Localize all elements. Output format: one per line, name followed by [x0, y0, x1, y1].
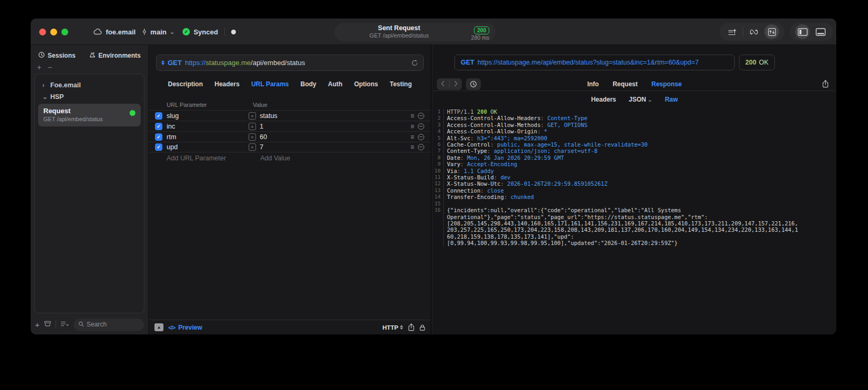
method-label[interactable]: GET — [168, 59, 182, 67]
param-checkbox[interactable]: ✓ — [155, 123, 162, 130]
code-line: 12X-Status-Now-Utc: 2026-01-26T20:29:59.… — [433, 180, 836, 187]
close-window-button[interactable] — [39, 29, 46, 35]
param-name[interactable]: slug — [167, 112, 249, 120]
footer-separator — [56, 320, 56, 329]
folder-icon[interactable] — [44, 320, 51, 329]
remove-session-button[interactable]: − — [48, 63, 52, 71]
remove-row-icon[interactable] — [418, 123, 424, 130]
tree-item-hsp[interactable]: ⌄ HSP — [38, 91, 141, 103]
sent-request-url[interactable]: GEThttps://statuspage.me/api/embed/statu… — [454, 55, 735, 70]
updown-icon — [400, 325, 403, 330]
remove-row-icon[interactable] — [418, 144, 424, 150]
tree-item-request-selected[interactable]: Request GET /api/embed/status — [38, 104, 141, 126]
param-name[interactable]: rtm — [167, 133, 249, 141]
minimize-window-button[interactable] — [50, 29, 57, 35]
code-line: 15 — [433, 201, 836, 207]
subtab-headers[interactable]: Headers — [591, 96, 616, 103]
zoom-window-button[interactable] — [61, 29, 68, 35]
code-line: Operational"},"page":"status","page_url"… — [433, 214, 836, 220]
sidebar-tabs: Sessions Environments — [31, 49, 148, 62]
tab-sessions[interactable]: Sessions — [38, 49, 76, 62]
project-label[interactable]: foe.email — [106, 28, 135, 36]
list-icon[interactable] — [60, 320, 69, 329]
tab-response[interactable]: Response — [651, 80, 681, 88]
tab-testing[interactable]: Testing — [390, 80, 412, 88]
param-row[interactable]: ✓slug=status≡ — [149, 110, 431, 121]
tab-url-params[interactable]: URL Params — [251, 80, 289, 88]
lock-icon[interactable] — [419, 324, 425, 331]
branch-label[interactable]: main — [150, 28, 166, 36]
layout-bottom-icon[interactable] — [813, 24, 828, 39]
param-checkbox[interactable]: ✓ — [155, 133, 162, 141]
response-panel: GEThttps://statuspage.me/api/embed/statu… — [433, 45, 836, 334]
chevron-right-icon[interactable]: › — [42, 81, 47, 89]
param-value[interactable]: status — [260, 112, 410, 120]
subtab-json[interactable]: JSON⌄ — [629, 96, 652, 103]
drag-handle-icon[interactable]: ≡ — [410, 134, 414, 140]
add-session-button[interactable]: + — [37, 63, 41, 71]
flow-loop-icon[interactable] — [746, 24, 761, 39]
line-content: [208,205,145,298,443,140,160,165,171,161… — [444, 220, 798, 226]
tab-auth[interactable]: Auth — [328, 80, 342, 88]
tab-environments[interactable]: Environments — [89, 49, 141, 62]
tab-options[interactable]: Options — [354, 80, 378, 88]
param-value[interactable]: 60 — [260, 133, 410, 141]
drag-handle-icon[interactable]: ≡ — [410, 124, 414, 129]
remove-row-icon[interactable] — [418, 134, 424, 140]
tab-environments-label: Environments — [98, 52, 141, 59]
code-line: 7Content-Type: application/json; charset… — [433, 148, 836, 154]
method-updown-icon[interactable] — [161, 60, 165, 65]
param-name[interactable]: upd — [167, 143, 249, 151]
tab-headers[interactable]: Headers — [215, 80, 240, 88]
code-preview-icon: </> — [168, 324, 175, 331]
add-param-value-placeholder[interactable]: Add Value — [260, 155, 290, 162]
import-lines-icon[interactable] — [725, 24, 739, 39]
param-row[interactable]: ✓rtm=60≡ — [149, 131, 431, 142]
param-checkbox[interactable]: ✓ — [155, 112, 162, 120]
add-request-button[interactable]: + — [35, 320, 40, 329]
reload-icon[interactable] — [411, 59, 418, 67]
code-line: 5Alt-Svc: h3=":443"; ma=2592000 — [433, 135, 836, 141]
add-param-name-placeholder[interactable]: Add URL Parameter — [167, 155, 260, 162]
tab-info[interactable]: Info — [587, 80, 599, 88]
add-param-row[interactable]: Add URL Parameter Add Value — [149, 152, 431, 162]
param-checkbox[interactable]: ✓ — [155, 143, 162, 151]
share-icon[interactable] — [408, 323, 415, 331]
url-bar[interactable]: GET https://statuspage.me/api/embed/stat… — [156, 55, 424, 71]
param-row[interactable]: ✓inc=1≡ — [149, 121, 431, 131]
tab-description[interactable]: Description — [168, 80, 203, 88]
http-version-select[interactable]: HTTP — [382, 324, 403, 331]
search-input[interactable] — [87, 321, 139, 328]
url-scheme: https:// — [185, 59, 206, 67]
panel-toggle-icon[interactable]: ▲ — [154, 323, 163, 331]
code-line: 6Cache-Control: public, max-age=15, stal… — [433, 141, 836, 148]
url-input[interactable]: https://statuspage.me/api/embed/status — [185, 59, 408, 67]
drag-handle-icon[interactable]: ≡ — [410, 113, 414, 119]
param-row[interactable]: ✓upd=7≡ — [149, 142, 431, 152]
titlebar-separator — [224, 28, 225, 36]
chevron-down-icon[interactable]: ⌄ — [42, 93, 47, 101]
traffic-lights — [39, 29, 68, 35]
subtab-raw[interactable]: Raw — [665, 96, 678, 103]
line-number: 2 — [433, 115, 444, 121]
line-content: Alt-Svc: h3=":443"; ma=2592000 — [444, 135, 547, 141]
url-host: statuspage.me — [206, 59, 251, 67]
chevron-down-icon[interactable]: ⌄ — [170, 29, 175, 35]
tab-request[interactable]: Request — [613, 80, 637, 88]
drag-handle-icon[interactable]: ≡ — [410, 144, 414, 150]
layout-sidebar-icon[interactable] — [795, 24, 810, 39]
param-value[interactable]: 7 — [260, 143, 410, 151]
share-icon[interactable] — [822, 80, 829, 88]
param-name[interactable]: inc — [167, 123, 249, 130]
sidebar-footer: + — [31, 314, 148, 334]
preview-button[interactable]: </>Preview — [168, 324, 202, 331]
tab-body[interactable]: Body — [300, 80, 316, 88]
active-request-widget[interactable]: Sent Request GET /api/embed/status 200 2… — [334, 23, 496, 41]
remove-row-icon[interactable] — [418, 113, 424, 119]
sync-status-label[interactable]: Synced — [194, 28, 218, 36]
response-raw-view[interactable]: 1HTTP/1.1 200 OK2Access-Control-Allow-He… — [433, 108, 836, 334]
tree-item-foe-email[interactable]: › Foe.email — [38, 79, 141, 91]
transfer-box-icon[interactable] — [764, 24, 779, 39]
param-value[interactable]: 1 — [260, 123, 410, 130]
search-field[interactable] — [74, 319, 144, 331]
